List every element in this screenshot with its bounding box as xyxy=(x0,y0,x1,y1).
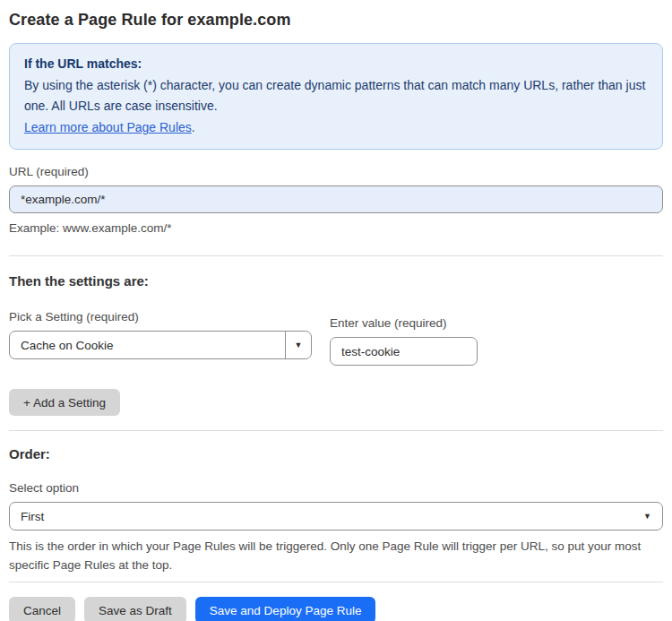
cancel-button[interactable]: Cancel xyxy=(9,597,75,621)
info-box-link-line: Learn more about Page Rules. xyxy=(24,117,648,138)
order-select[interactable]: First ▼ xyxy=(9,502,663,530)
divider xyxy=(9,582,663,582)
url-example-helper: Example: www.example.com/* xyxy=(9,219,663,237)
setting-select[interactable]: Cache on Cookie ▼ xyxy=(9,331,312,359)
learn-more-link[interactable]: Learn more about Page Rules xyxy=(24,120,192,134)
setting-select-arrow-button[interactable]: ▼ xyxy=(285,332,311,358)
enter-value-label: Enter value (required) xyxy=(330,315,478,331)
url-input[interactable] xyxy=(9,185,663,213)
setting-value-column: Enter value (required) xyxy=(330,315,478,366)
url-field-label: URL (required) xyxy=(9,164,663,179)
divider xyxy=(9,255,663,256)
chevron-down-icon: ▼ xyxy=(295,341,303,349)
url-match-info-box: If the URL matches: By using the asteris… xyxy=(9,43,663,150)
settings-section-heading: Then the settings are: xyxy=(9,272,663,289)
setting-select-value: Cache on Cookie xyxy=(10,332,285,358)
info-box-heading: If the URL matches: xyxy=(24,54,648,74)
add-setting-button[interactable]: + Add a Setting xyxy=(9,389,120,416)
setting-picker-column: Pick a Setting (required) Cache on Cooki… xyxy=(9,309,312,359)
setting-picker-label: Pick a Setting (required) xyxy=(9,309,312,324)
divider xyxy=(9,430,663,431)
order-section-heading: Order: xyxy=(9,445,663,462)
link-suffix-period: . xyxy=(192,120,195,134)
save-as-draft-button[interactable]: Save as Draft xyxy=(84,597,186,621)
order-select-label: Select option xyxy=(9,480,663,496)
info-box-body: By using the asterisk (*) character, you… xyxy=(24,75,648,116)
setting-value-input[interactable] xyxy=(330,337,478,366)
order-select-value: First xyxy=(21,510,44,523)
order-helper-text: This is the order in which your Page Rul… xyxy=(9,537,663,574)
settings-row: Pick a Setting (required) Cache on Cooki… xyxy=(9,309,663,366)
chevron-down-icon: ▼ xyxy=(643,513,651,521)
footer-actions: Cancel Save as Draft Save and Deploy Pag… xyxy=(9,597,663,621)
save-and-deploy-button[interactable]: Save and Deploy Page Rule xyxy=(195,597,376,621)
page-title: Create a Page Rule for example.com xyxy=(9,9,663,30)
